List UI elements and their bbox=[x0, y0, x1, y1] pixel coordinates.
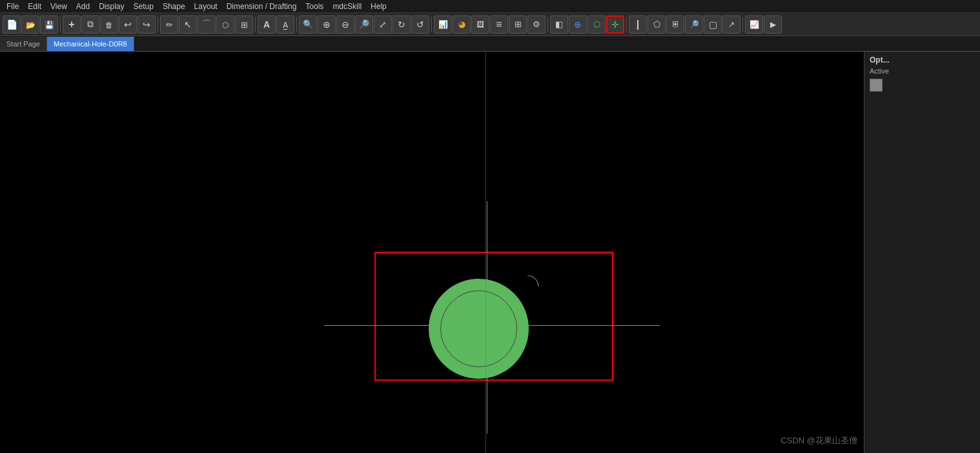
pie-chart-icon: ◕ bbox=[458, 19, 465, 29]
global-crosshair-v bbox=[485, 52, 486, 453]
menu-add[interactable]: Add bbox=[72, 1, 94, 12]
menu-layout[interactable]: Layout bbox=[190, 1, 221, 12]
bar-chart-button[interactable]: 📊 bbox=[434, 15, 452, 34]
frame-button[interactable]: ▢ bbox=[704, 15, 722, 34]
find-button[interactable]: 🔎 bbox=[685, 15, 703, 34]
zoom-out-icon: 🔎 bbox=[359, 19, 369, 29]
zoom-fit-button[interactable]: ⤢ bbox=[374, 15, 392, 34]
view3d-button[interactable]: ◧ bbox=[550, 15, 568, 34]
menu-help[interactable]: Help bbox=[367, 1, 391, 12]
open-button[interactable] bbox=[21, 15, 39, 34]
toolbar: 🔍 ⊕ ⊖ 🔎 ⤢ ↻ ↺ 📊 ◕ 🖼 ≡ ⊞ ⚙ ◧ ⊕ ⬡ ✛ | ⬠ ⛨ … bbox=[0, 13, 980, 36]
zoom-plus-button[interactable]: ⊕ bbox=[318, 15, 336, 34]
add-button[interactable] bbox=[63, 15, 81, 34]
arc-indicator bbox=[516, 276, 539, 298]
shape-button[interactable]: ⬠ bbox=[648, 15, 666, 34]
menu-edit[interactable]: Edit bbox=[24, 1, 45, 12]
node-button[interactable] bbox=[216, 15, 234, 34]
tab-bar: Start Page Mechanical-Hole-D0R8 bbox=[0, 36, 980, 52]
right-panel-active-label: Active bbox=[867, 66, 977, 76]
menu-file[interactable]: File bbox=[3, 1, 23, 12]
new-icon bbox=[6, 19, 17, 30]
text2-button[interactable] bbox=[276, 15, 294, 34]
draw-button[interactable] bbox=[160, 15, 178, 34]
zoom-out-button[interactable]: 🔎 bbox=[355, 15, 373, 34]
sep-1 bbox=[60, 17, 61, 32]
table-button[interactable]: ⊞ bbox=[509, 15, 527, 34]
undo-button[interactable] bbox=[119, 15, 137, 34]
select-icon bbox=[184, 19, 192, 30]
export-icon: ↗ bbox=[728, 20, 735, 29]
menu-dimension[interactable]: Dimension / Drafting bbox=[223, 1, 301, 12]
measure-icon: | bbox=[637, 19, 639, 30]
zoom-in-button[interactable]: 🔍 bbox=[299, 15, 317, 34]
plus-icon bbox=[68, 19, 74, 30]
sep-6 bbox=[547, 17, 548, 32]
menu-setup[interactable]: Setup bbox=[130, 1, 158, 12]
measure-button[interactable]: | bbox=[629, 15, 647, 34]
curve-icon bbox=[202, 19, 211, 30]
copy-button[interactable] bbox=[81, 15, 99, 34]
nav-icon: ⊕ bbox=[574, 19, 582, 30]
zoom-plus-icon: ⊕ bbox=[323, 19, 331, 30]
sep-7 bbox=[626, 17, 627, 32]
menu-bar: File Edit View Add Display Setup Shape L… bbox=[0, 0, 980, 13]
frame-icon: ▢ bbox=[709, 19, 717, 30]
image-icon: 🖼 bbox=[476, 20, 484, 29]
zoom-minus-icon: ⊖ bbox=[342, 19, 349, 30]
delete-icon bbox=[105, 19, 113, 30]
menu-tools[interactable]: Tools bbox=[301, 1, 327, 12]
drawing-viewport bbox=[374, 252, 613, 381]
pie-chart-button[interactable]: ◕ bbox=[453, 15, 471, 34]
find-icon: 🔎 bbox=[689, 20, 699, 29]
nav-button[interactable]: ⊕ bbox=[569, 15, 587, 34]
snap-button[interactable]: ✛ bbox=[606, 15, 624, 34]
sep-8 bbox=[742, 17, 743, 32]
watermark: CSDN @花果山圣僧 bbox=[781, 435, 857, 447]
layers-button[interactable]: ≡ bbox=[490, 15, 508, 34]
cube-button[interactable]: ⬡ bbox=[587, 15, 606, 34]
zoom-minus-button[interactable]: ⊖ bbox=[336, 15, 354, 34]
canvas-area[interactable] bbox=[0, 52, 864, 453]
new-button[interactable] bbox=[3, 15, 21, 34]
menu-view[interactable]: View bbox=[46, 1, 71, 12]
sep-3 bbox=[255, 17, 256, 32]
curve-button[interactable] bbox=[198, 15, 216, 34]
redo-button[interactable] bbox=[138, 15, 156, 34]
rotate-icon: ↻ bbox=[398, 19, 405, 30]
shield-button[interactable]: ⛨ bbox=[666, 15, 684, 34]
chart2-icon: 📈 bbox=[750, 20, 759, 29]
export-button[interactable]: ↗ bbox=[722, 15, 740, 34]
delete-button[interactable] bbox=[100, 15, 118, 34]
chart2-button[interactable]: 📈 bbox=[745, 15, 763, 34]
shield-icon: ⛨ bbox=[671, 19, 680, 29]
save-icon bbox=[45, 19, 54, 30]
select-button[interactable] bbox=[179, 15, 197, 34]
text2-icon bbox=[283, 19, 288, 30]
transform-button[interactable] bbox=[235, 15, 253, 34]
sep-2 bbox=[158, 17, 158, 32]
tab-start-page[interactable]: Start Page bbox=[0, 37, 47, 51]
node-icon bbox=[222, 19, 229, 30]
rotate2-button[interactable]: ↺ bbox=[411, 15, 429, 34]
transform-icon bbox=[241, 19, 248, 30]
redo-icon bbox=[143, 19, 150, 30]
snap-icon: ✛ bbox=[611, 19, 619, 30]
view3d-icon: ◧ bbox=[555, 19, 563, 29]
settings-button[interactable]: ⚙ bbox=[527, 15, 546, 34]
zoom-in-icon: 🔍 bbox=[303, 19, 313, 29]
rotate-button[interactable]: ↻ bbox=[393, 15, 411, 34]
play-button[interactable]: ▶ bbox=[764, 15, 782, 34]
right-panel-title: Opt... bbox=[867, 54, 977, 66]
text-icon bbox=[263, 19, 270, 30]
text-button[interactable] bbox=[258, 15, 276, 34]
sep-5 bbox=[431, 17, 432, 32]
right-panel-color-swatch[interactable] bbox=[870, 79, 883, 92]
menu-shape[interactable]: Shape bbox=[159, 1, 189, 12]
menu-mdcskill[interactable]: mdcSkill bbox=[329, 1, 365, 12]
tab-mechanical-hole[interactable]: Mechanical-Hole-D0R8 bbox=[47, 37, 134, 51]
image-button[interactable]: 🖼 bbox=[471, 15, 489, 34]
cube-icon: ⬡ bbox=[593, 19, 600, 29]
menu-display[interactable]: Display bbox=[95, 1, 128, 12]
save-button[interactable] bbox=[40, 15, 58, 34]
